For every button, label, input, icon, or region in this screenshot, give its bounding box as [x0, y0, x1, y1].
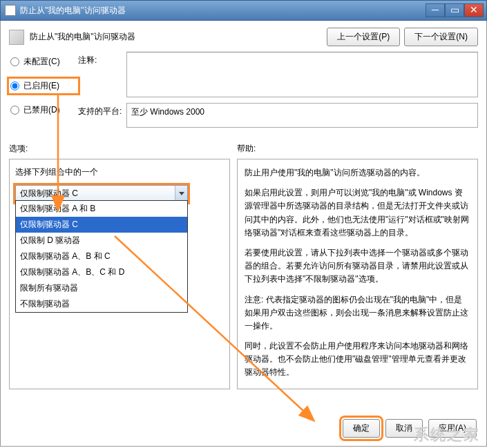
help-p1: 防止用户使用"我的电脑"访问所选驱动器的内容。	[245, 166, 470, 179]
platform-value: 至少 Windows 2000	[126, 103, 478, 128]
combo-item[interactable]: 仅限制驱动器 A、B、C 和 D	[16, 264, 187, 280]
policy-icon	[9, 30, 24, 45]
apply-button[interactable]: 应用(A)	[428, 419, 477, 438]
radio-enabled[interactable]: 已启用(E)	[9, 79, 78, 93]
ok-button[interactable]: 确定	[343, 419, 380, 438]
cancel-button[interactable]: 取消	[385, 419, 423, 438]
nav-buttons: 上一个设置(P) 下一个设置(N)	[327, 28, 478, 46]
combo-item[interactable]: 仅限制驱动器 A、B 和 C	[16, 249, 187, 264]
minimize-button[interactable]: ─	[426, 3, 445, 17]
prev-setting-button[interactable]: 上一个设置(P)	[327, 28, 400, 46]
close-button[interactable]: ✕	[464, 3, 484, 17]
combo-item[interactable]: 不限制驱动器	[16, 296, 187, 312]
config-area: 未配置(C) 已启用(E) 已禁用(D) 注释: 支持的平台: 至少 Windo…	[9, 52, 478, 133]
next-setting-button[interactable]: 下一个设置(N)	[404, 28, 478, 46]
combo-selected-text: 仅限制驱动器 C	[20, 188, 78, 198]
help-p4: 注意: 代表指定驱动器的图标仍会出现在"我的电脑"中，但是如果用户双击这些图标，…	[245, 293, 470, 333]
dropdown-label: 选择下列组合中的一个	[15, 166, 224, 178]
combo-item[interactable]: 仅限制驱动器 A 和 B	[16, 201, 187, 217]
comment-row: 注释:	[78, 52, 478, 97]
drive-combo[interactable]: 仅限制驱动器 C 仅限制驱动器 A 和 B 仅限制驱动器 C 仅限制 D 驱动器…	[15, 185, 188, 202]
help-panel: 防止用户使用"我的电脑"访问所选驱动器的内容。 如果启用此设置，则用户可以浏览"…	[237, 159, 478, 389]
platform-label: 支持的平台:	[78, 103, 126, 128]
footer-buttons: 确定 取消 应用(A)	[343, 419, 477, 438]
right-fields: 注释: 支持的平台: 至少 Windows 2000	[78, 52, 478, 133]
app-icon	[5, 5, 16, 16]
comment-input[interactable]	[126, 52, 478, 97]
radio-disabled-label: 已禁用(D)	[23, 104, 60, 116]
radio-not-configured-input[interactable]	[10, 57, 19, 66]
window-controls: ─ ▭ ✕	[426, 3, 484, 17]
panels: 选择下列组合中的一个 仅限制驱动器 C 仅限制驱动器 A 和 B 仅限制驱动器 …	[9, 159, 478, 389]
maximize-button[interactable]: ▭	[445, 3, 464, 17]
titlebar: 防止从"我的电脑"访问驱动器 ─ ▭ ✕	[0, 0, 487, 21]
combo-item[interactable]: 仅限制 D 驱动器	[16, 233, 187, 249]
window-body: 防止从"我的电脑"访问驱动器 上一个设置(P) 下一个设置(N) 未配置(C) …	[0, 21, 487, 447]
policy-title: 防止从"我的电脑"访问驱动器	[30, 31, 327, 43]
radio-disabled-input[interactable]	[10, 106, 19, 115]
section-labels: 选项: 帮助:	[9, 143, 478, 155]
help-section-label: 帮助:	[237, 143, 256, 155]
help-p5: 同时，此设置不会防止用户使用程序来访问本地驱动器和网络驱动器。也不会防止他们使用…	[245, 340, 470, 380]
radio-not-configured-label: 未配置(C)	[23, 56, 60, 68]
radio-enabled-label: 已启用(E)	[23, 80, 59, 92]
combo-item[interactable]: 仅限制驱动器 C	[16, 217, 187, 233]
options-panel: 选择下列组合中的一个 仅限制驱动器 C 仅限制驱动器 A 和 B 仅限制驱动器 …	[9, 159, 230, 389]
help-p2: 如果启用此设置，则用户可以浏览"我的电脑"或 Windows 资源管理器中所选驱…	[245, 186, 470, 240]
window-title: 防止从"我的电脑"访问驱动器	[20, 5, 426, 17]
platform-row: 支持的平台: 至少 Windows 2000	[78, 103, 478, 128]
radio-not-configured[interactable]: 未配置(C)	[9, 55, 78, 69]
radio-disabled[interactable]: 已禁用(D)	[9, 103, 78, 117]
combo-item[interactable]: 限制所有驱动器	[16, 280, 187, 296]
comment-label: 注释:	[78, 52, 126, 97]
combo-list: 仅限制驱动器 A 和 B 仅限制驱动器 C 仅限制 D 驱动器 仅限制驱动器 A…	[15, 200, 188, 313]
radio-column: 未配置(C) 已启用(E) 已禁用(D)	[9, 52, 78, 133]
radio-enabled-input[interactable]	[10, 81, 19, 90]
header-row: 防止从"我的电脑"访问驱动器 上一个设置(P) 下一个设置(N)	[9, 28, 478, 46]
chevron-down-icon[interactable]	[175, 186, 187, 202]
help-p3: 若要使用此设置，请从下拉列表中选择一个驱动器或多个驱动器的组合。若要允许访问所有…	[245, 246, 470, 286]
options-section-label: 选项:	[9, 143, 237, 155]
